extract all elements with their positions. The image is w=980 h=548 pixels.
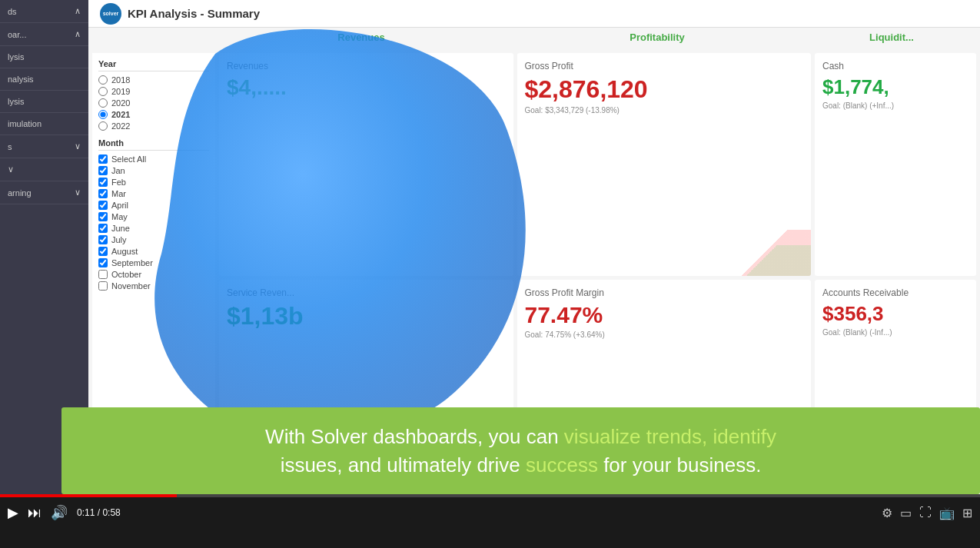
captions-icon[interactable]: ▭ — [900, 506, 912, 520]
revenues-header: Revenues — [215, 30, 507, 49]
month-nov-label: November — [111, 281, 151, 291]
month-jun-checkbox[interactable] — [98, 224, 108, 233]
gross-profit-margin-title: Gross Profit Margin — [525, 287, 804, 298]
month-sep-checkbox[interactable] — [98, 258, 108, 267]
year-2018-radio[interactable] — [98, 75, 108, 85]
month-oct-item[interactable]: October — [98, 270, 209, 279]
gross-profit-title: Gross Profit — [525, 61, 804, 71]
sidebar-item-label: ds — [8, 7, 17, 16]
sidebar-item-empty[interactable]: ∨ — [0, 158, 88, 181]
profitability-header: Profitability — [511, 30, 803, 49]
sidebar-item-simulation[interactable]: imulation — [0, 113, 88, 135]
skip-button[interactable]: ⏭ — [28, 505, 42, 521]
controls-right: ⚙ ▭ ⛶ 📺 ⊞ — [882, 506, 972, 520]
month-mar-checkbox[interactable] — [98, 189, 108, 198]
chevron-icon: ∧ — [75, 29, 81, 39]
volume-button[interactable]: 🔊 — [51, 504, 68, 521]
logo-text: solver — [103, 11, 119, 16]
month-aug-item[interactable]: August — [98, 247, 209, 256]
settings-icon[interactable]: ⚙ — [882, 506, 892, 520]
cash-card: Cash $1,774, Goal: (Blank) (+Inf...) — [815, 53, 976, 276]
sidebar-item-label: lysis — [8, 97, 24, 106]
sidebar-item-nalysis[interactable]: nalysis — [0, 68, 88, 91]
month-nov-item[interactable]: November — [98, 281, 209, 291]
year-2020-label: 2020 — [111, 98, 130, 108]
month-may-item[interactable]: May — [98, 212, 209, 221]
sidebar-item-lysis[interactable]: lysis — [0, 46, 88, 68]
service-revenue-title: Service Reven... — [227, 287, 506, 298]
year-2018-item[interactable]: 2018 — [98, 75, 209, 85]
sidebar-item-arning[interactable]: arning ∨ — [0, 181, 88, 204]
logo-area: solver KPI Analysis - Summary — [100, 3, 260, 25]
year-2021-item[interactable]: 2021 — [98, 110, 209, 119]
month-mar-label: Mar — [111, 189, 126, 198]
play-icon: ▶ — [8, 504, 18, 521]
highlight-success: success — [526, 453, 598, 477]
accounts-receivable-title: Accounts Receivable — [822, 287, 968, 298]
month-sep-label: September — [111, 258, 153, 267]
year-2018-label: 2018 — [111, 75, 130, 85]
sidebar-item-lysis2[interactable]: lysis — [0, 91, 88, 113]
month-feb-item[interactable]: Feb — [98, 178, 209, 187]
year-filter-title: Year — [98, 59, 209, 71]
month-may-checkbox[interactable] — [98, 212, 108, 221]
sidebar-item-label: s — [8, 142, 12, 151]
month-selectall-item[interactable]: Select All — [98, 154, 209, 164]
month-apr-checkbox[interactable] — [98, 201, 108, 210]
year-2020-radio[interactable] — [98, 98, 108, 108]
green-banner: With Solver dashboards, you can visualiz… — [61, 407, 980, 494]
revenues-label: Revenues — [337, 32, 384, 43]
video-controls[interactable]: ▶ ⏭ 🔊 0:11 / 0:58 ⚙ ▭ — [0, 494, 980, 548]
highlight-visualize: visualize trends, identify — [564, 425, 776, 448]
month-selectall-checkbox[interactable] — [98, 154, 108, 164]
gross-profit-card: Gross Profit $2,876,120 Goal: $3,343,729… — [517, 53, 812, 276]
page-title: KPI Analysis - Summary — [128, 7, 260, 20]
month-jul-label: July — [111, 235, 127, 244]
sidebar-item-ds[interactable]: ds ∧ — [0, 0, 88, 23]
gross-profit-goal: Goal: $3,343,729 (-13.98%) — [525, 106, 804, 115]
accounts-receivable-value: $356,3 — [822, 302, 968, 326]
month-jul-item[interactable]: July — [98, 235, 209, 244]
progress-bar[interactable] — [0, 494, 980, 497]
controls-row: ▶ ⏭ 🔊 0:11 / 0:58 ⚙ ▭ — [0, 497, 980, 528]
year-2021-radio[interactable] — [98, 110, 108, 119]
year-2019-item[interactable]: 2019 — [98, 87, 209, 96]
solver-logo: solver — [100, 3, 121, 25]
service-revenue-value: $1,13b — [227, 302, 506, 330]
month-nov-checkbox[interactable] — [98, 281, 108, 291]
cash-goal: Goal: (Blank) (+Inf...) — [822, 101, 968, 110]
year-2022-radio[interactable] — [98, 121, 108, 131]
month-jan-item[interactable]: Jan — [98, 166, 209, 175]
month-apr-item[interactable]: April — [98, 201, 209, 210]
year-2022-item[interactable]: 2022 — [98, 121, 209, 131]
profitability-label: Profitability — [630, 32, 685, 43]
cash-value: $1,774, — [822, 75, 968, 99]
month-feb-checkbox[interactable] — [98, 178, 108, 187]
play-button[interactable]: ▶ — [8, 504, 18, 521]
skip-icon: ⏭ — [28, 505, 42, 521]
month-mar-item[interactable]: Mar — [98, 189, 209, 198]
cast-icon[interactable]: 📺 — [939, 506, 955, 520]
year-2019-radio[interactable] — [98, 87, 108, 96]
gross-profit-margin-value: 77.47% — [525, 302, 804, 328]
sidebar-item-label: lysis — [8, 52, 24, 61]
month-oct-checkbox[interactable] — [98, 270, 108, 279]
sidebar-item-s[interactable]: s ∨ — [0, 135, 88, 158]
mini-player-icon[interactable]: ⊞ — [962, 506, 972, 520]
month-filter-title: Month — [98, 138, 209, 151]
sidebar-item-oar[interactable]: oar... ∧ — [0, 23, 88, 46]
gross-profit-value: $2,876,120 — [525, 75, 804, 104]
year-2021-label: 2021 — [111, 110, 130, 119]
month-jun-item[interactable]: June — [98, 224, 209, 233]
revenues-card: Revenues $4,..... — [219, 53, 513, 276]
month-jan-checkbox[interactable] — [98, 166, 108, 175]
fullscreen-icon[interactable]: ⛶ — [919, 506, 932, 520]
month-sep-item[interactable]: September — [98, 258, 209, 267]
month-jul-checkbox[interactable] — [98, 235, 108, 244]
month-aug-checkbox[interactable] — [98, 247, 108, 256]
volume-icon: 🔊 — [51, 504, 68, 521]
year-2020-item[interactable]: 2020 — [98, 98, 209, 108]
sidebar-item-label: nalysis — [8, 75, 34, 84]
month-jan-label: Jan — [111, 166, 125, 175]
green-banner-text: With Solver dashboards, you can visualiz… — [85, 423, 957, 479]
